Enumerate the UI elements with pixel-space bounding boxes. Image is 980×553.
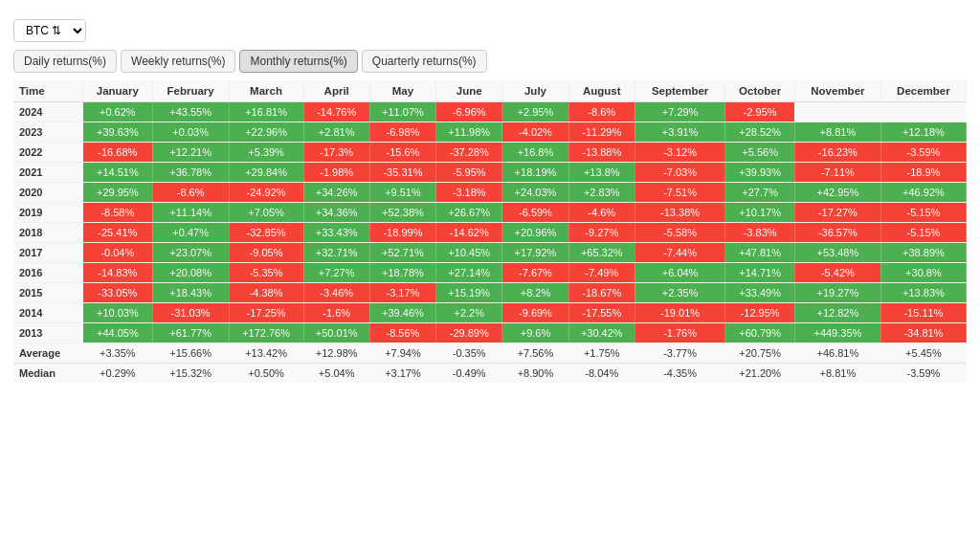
col-header: December xyxy=(880,80,966,102)
return-cell: +23.07% xyxy=(152,243,229,263)
footer-value: +8.81% xyxy=(794,364,880,384)
col-header: November xyxy=(794,80,880,102)
asset-selector[interactable]: BTC ⇅ xyxy=(13,19,86,42)
return-cell: +42.95% xyxy=(794,183,880,203)
return-cell: +8.81% xyxy=(794,122,880,143)
footer-label: Median xyxy=(13,364,83,384)
tab-btn[interactable]: Weekly returns(%) xyxy=(121,50,235,73)
table-row: 2023+39.63%+0.03%+22.96%+2.81%-6.98%+11.… xyxy=(13,122,967,143)
footer-row: Average+3.35%+15.66%+13.42%+12.98%+7.94%… xyxy=(13,343,967,364)
return-cell: -1.6% xyxy=(303,303,369,323)
return-cell: +52.71% xyxy=(369,243,435,263)
table-row: 2016-14.83%+20.08%-5.35%+7.27%+18.78%+27… xyxy=(13,263,967,283)
return-cell: +12.18% xyxy=(880,122,966,143)
return-cell: -5.15% xyxy=(880,203,966,223)
return-cell: -6.98% xyxy=(369,122,435,143)
return-cell: +18.19% xyxy=(502,163,568,183)
return-cell: +0.03% xyxy=(152,122,229,143)
footer-value: +1.75% xyxy=(568,343,635,364)
return-cell: +0.47% xyxy=(152,223,229,243)
return-cell: +16.8% xyxy=(502,143,568,163)
footer-value: +12.98% xyxy=(303,343,369,364)
table-row: 2015-33.05%+18.43%-4.38%-3.46%-3.17%+15.… xyxy=(13,283,967,303)
return-cell: +27.7% xyxy=(725,183,795,203)
return-cell: +14.71% xyxy=(725,263,795,283)
table-header: TimeJanuaryFebruaryMarchAprilMayJuneJuly… xyxy=(13,80,967,102)
footer-value: +15.32% xyxy=(152,364,229,384)
return-cell: -9.05% xyxy=(229,243,303,263)
return-cell: -5.58% xyxy=(635,223,724,243)
return-cell: -6.59% xyxy=(502,203,568,223)
return-cell: +13.8% xyxy=(568,163,635,183)
return-cell: -37.28% xyxy=(436,143,502,163)
return-cell: +11.14% xyxy=(152,203,229,223)
footer-value: +15.66% xyxy=(152,343,229,364)
return-cell: -3.59% xyxy=(880,143,966,163)
return-cell: +20.08% xyxy=(152,263,229,283)
return-cell: +5.56% xyxy=(725,143,795,163)
year-cell: 2018 xyxy=(13,223,83,243)
return-cell: -18.9% xyxy=(880,163,966,183)
col-header: May xyxy=(369,80,435,102)
return-cell: +3.91% xyxy=(635,122,724,143)
year-cell: 2020 xyxy=(13,183,83,203)
return-cell: +7.27% xyxy=(303,263,369,283)
return-cell: -0.04% xyxy=(83,243,153,263)
return-cell: +14.51% xyxy=(83,163,153,183)
return-cell: -13.88% xyxy=(568,143,635,163)
return-cell: +39.93% xyxy=(725,163,795,183)
return-cell: -34.81% xyxy=(880,323,966,343)
return-cell: +2.95% xyxy=(502,102,568,122)
year-cell: 2019 xyxy=(13,203,83,223)
return-cell: -13.38% xyxy=(635,203,724,223)
col-header: October xyxy=(725,80,795,102)
tab-btn[interactable]: Daily returns(%) xyxy=(13,50,117,73)
footer-value: +7.56% xyxy=(502,343,568,364)
return-cell: +0.62% xyxy=(83,102,153,122)
return-cell: -12.95% xyxy=(725,303,795,323)
table-row: 2017-0.04%+23.07%-9.05%+32.71%+52.71%+10… xyxy=(13,243,967,263)
footer-row: Median+0.29%+15.32%+0.50%+5.04%+3.17%-0.… xyxy=(13,364,967,384)
tab-bar: BTC ⇅ xyxy=(13,19,967,42)
return-cell: -14.83% xyxy=(83,263,153,283)
return-cell: +52.38% xyxy=(369,203,435,223)
tab-btn[interactable]: Monthly returns(%) xyxy=(239,50,357,73)
tab-btn[interactable]: Quarterly returns(%) xyxy=(362,50,487,73)
return-cell: +10.17% xyxy=(725,203,795,223)
return-cell: +10.03% xyxy=(83,303,153,323)
footer-value: +20.75% xyxy=(725,343,795,364)
footer-value: +0.29% xyxy=(83,364,153,384)
table-row: 2018-25.41%+0.47%-32.85%+33.43%-18.99%-1… xyxy=(13,223,967,243)
return-cell: +34.26% xyxy=(303,183,369,203)
return-cell: +53.48% xyxy=(794,243,880,263)
return-cell: +2.2% xyxy=(436,303,502,323)
return-cell: -14.62% xyxy=(436,223,502,243)
return-cell: -4.02% xyxy=(502,122,568,143)
year-cell: 2016 xyxy=(13,263,83,283)
return-cell: +8.2% xyxy=(502,283,568,303)
return-cell: -3.17% xyxy=(369,283,435,303)
return-cell: +449.35% xyxy=(794,323,880,343)
return-cell: -2.95% xyxy=(725,102,795,122)
return-cell: +28.52% xyxy=(725,122,795,143)
col-header: February xyxy=(152,80,229,102)
return-cell: -8.58% xyxy=(83,203,153,223)
return-cell: +44.05% xyxy=(83,323,153,343)
return-cell: -17.3% xyxy=(303,143,369,163)
return-cell: +5.39% xyxy=(229,143,303,163)
return-cell: +39.46% xyxy=(369,303,435,323)
return-cell: -15.11% xyxy=(880,303,966,323)
return-cell: -29.89% xyxy=(436,323,502,343)
return-cell: +2.81% xyxy=(303,122,369,143)
return-cell: -7.03% xyxy=(635,163,724,183)
table-row: 2021+14.51%+36.78%+29.84%-1.98%-35.31%-5… xyxy=(13,163,967,183)
return-cell: -16.23% xyxy=(794,143,880,163)
return-cell: -4.38% xyxy=(229,283,303,303)
year-cell: 2024 xyxy=(13,102,83,122)
year-cell: 2017 xyxy=(13,243,83,263)
return-cell: +12.82% xyxy=(794,303,880,323)
return-cell: +39.63% xyxy=(83,122,153,143)
return-cell: +27.14% xyxy=(436,263,502,283)
return-cell: -14.76% xyxy=(303,102,369,122)
return-cell: +18.78% xyxy=(369,263,435,283)
